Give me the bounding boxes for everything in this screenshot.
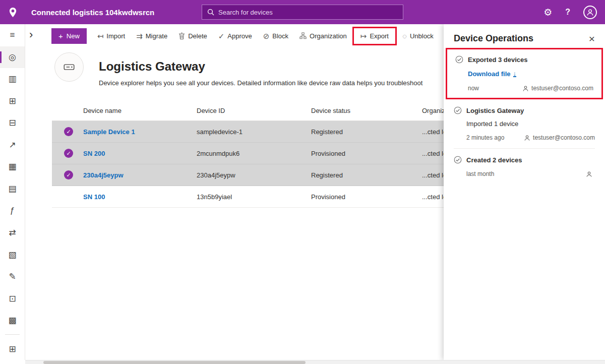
device-search[interactable] bbox=[202, 5, 403, 20]
device-status-cell: Provisioned bbox=[311, 193, 422, 201]
operation-user: testuser@contoso.com bbox=[531, 85, 593, 92]
device-id-cell: 2mcunmdpuk6 bbox=[197, 150, 311, 157]
device-toolbar: + New ↤ Import ⇉ Migrate Delete ✓ Approv… bbox=[51, 26, 439, 46]
org-chart-icon bbox=[299, 32, 307, 39]
import-button[interactable]: ↤ Import bbox=[92, 28, 131, 44]
settings-gear-icon[interactable]: ⚙ bbox=[543, 8, 552, 17]
operation-time: last month bbox=[466, 170, 494, 177]
sidebar-item-troubleshoot[interactable]: ✎ bbox=[0, 266, 25, 288]
plus-icon: + bbox=[58, 32, 63, 40]
row-checkbox-checked-icon[interactable]: ✓ bbox=[64, 127, 73, 136]
success-check-icon bbox=[454, 156, 462, 164]
horizontal-scrollbar[interactable] bbox=[25, 360, 605, 364]
person-icon bbox=[586, 171, 592, 177]
import-icon: ↤ bbox=[97, 32, 104, 40]
operation-title: Logistics Gateway bbox=[466, 107, 524, 114]
success-check-icon bbox=[455, 55, 463, 64]
sidebar-item-edge-manifests[interactable]: ▩ bbox=[0, 310, 25, 332]
device-id-cell: sampledevice-1 bbox=[197, 128, 311, 136]
sidebar-item-organizations[interactable]: ⊡ bbox=[0, 287, 25, 310]
sidebar-item-jobs[interactable]: ▤ bbox=[0, 178, 25, 200]
sidebar-item-audit-logs[interactable]: ▧ bbox=[0, 244, 25, 266]
approve-button[interactable]: ✓ Approve bbox=[213, 28, 258, 44]
download-icon: ↓ bbox=[513, 71, 517, 78]
delete-button[interactable]: Delete bbox=[173, 28, 213, 44]
device-id-cell: 230a4j5eypw bbox=[197, 171, 311, 179]
sidebar-item-rules[interactable]: ƒ bbox=[0, 200, 25, 222]
trash-icon bbox=[178, 32, 185, 40]
help-icon[interactable]: ? bbox=[565, 8, 570, 16]
export-button[interactable]: ↦ Export bbox=[355, 28, 394, 44]
operation-entry-exported: Exported 3 devices Download file ↓ now t… bbox=[455, 53, 593, 92]
migrate-icon: ⇉ bbox=[136, 32, 143, 40]
migrate-button[interactable]: ⇉ Migrate bbox=[131, 28, 173, 44]
organization-button[interactable]: Organization bbox=[294, 28, 352, 44]
device-name-link[interactable]: 230a4j5eypw bbox=[83, 171, 197, 179]
sidebar-item-charts[interactable]: ↗ bbox=[0, 134, 25, 156]
page-title: Logistics Gateway bbox=[99, 59, 205, 74]
sidebar-item-device-grid[interactable]: ⊞ bbox=[0, 338, 25, 360]
block-button[interactable]: ⊘ Block bbox=[258, 28, 294, 44]
export-icon: ↦ bbox=[360, 32, 367, 40]
download-file-link[interactable]: Download file ↓ bbox=[468, 70, 516, 78]
search-icon bbox=[207, 9, 214, 16]
column-device-status[interactable]: Device status bbox=[311, 107, 422, 114]
unblock-icon: ◌ bbox=[402, 32, 407, 40]
column-device-id[interactable]: Device ID bbox=[197, 107, 311, 114]
exported-entry-highlight-callout: Exported 3 devices Download file ↓ now t… bbox=[446, 48, 603, 99]
sidebar-item-dashboards[interactable]: ▦ bbox=[0, 156, 25, 178]
operation-user: testuser@contoso.com bbox=[533, 134, 595, 141]
device-status-cell: Registered bbox=[311, 128, 422, 136]
device-operations-panel: Device Operations × Exported 3 devices D… bbox=[444, 24, 605, 360]
user-avatar[interactable] bbox=[583, 6, 597, 19]
operation-time: now bbox=[468, 85, 479, 92]
sidebar-divider bbox=[5, 334, 20, 335]
export-highlight-callout: ↦ Export bbox=[352, 27, 397, 45]
operation-title: Created 2 devices bbox=[466, 156, 522, 164]
operation-time: 2 minutes ago bbox=[466, 134, 504, 141]
location-pin-icon bbox=[0, 7, 25, 18]
search-input[interactable] bbox=[218, 9, 398, 16]
close-icon[interactable]: × bbox=[589, 33, 595, 44]
device-status-cell: Provisioned bbox=[311, 150, 422, 157]
success-check-icon bbox=[454, 106, 462, 114]
scrollbar-thumb[interactable] bbox=[43, 361, 306, 364]
sidebar-item-device-templates[interactable]: ⊞ bbox=[0, 90, 25, 112]
approve-check-icon: ✓ bbox=[218, 32, 225, 40]
operation-entry-imported: Logistics Gateway Imported 1 device 2 mi… bbox=[454, 99, 595, 149]
expand-nav-chevron-icon[interactable]: › bbox=[29, 28, 33, 41]
device-status-cell: Registered bbox=[311, 171, 422, 179]
person-icon bbox=[524, 135, 530, 141]
unblock-button[interactable]: ◌ Unblock bbox=[397, 28, 439, 44]
column-device-name[interactable]: Device name bbox=[83, 107, 197, 114]
top-app-bar: Connected logistics 104kwdwsrcn ⚙ ? bbox=[0, 0, 605, 24]
operation-entry-created: Created 2 devices last month bbox=[454, 149, 595, 185]
device-type-icon bbox=[54, 52, 84, 82]
left-nav-rail: ≡ ◎ ▥ ⊞ ⊟ ↗ ▦ ▤ ƒ ⇄ ▧ ✎ ⊡ ▩ ⊞ bbox=[0, 24, 25, 360]
device-name-link[interactable]: Sample Device 1 bbox=[83, 128, 197, 136]
app-title: Connected logistics 104kwdwsrcn bbox=[31, 8, 154, 17]
sidebar-item-device-groups[interactable]: ⊟ bbox=[0, 112, 25, 134]
sidebar-item-analytics[interactable]: ▥ bbox=[0, 68, 25, 90]
device-name-link[interactable]: SN 200 bbox=[83, 150, 197, 157]
sidebar-item-data-export[interactable]: ⇄ bbox=[0, 222, 25, 244]
panel-title: Device Operations bbox=[454, 33, 533, 44]
row-checkbox-checked-icon[interactable]: ✓ bbox=[64, 149, 73, 158]
sidebar-item-devices[interactable]: ◎ bbox=[0, 46, 25, 69]
device-id-cell: 13n5b9yiael bbox=[197, 193, 311, 201]
operation-subtitle: Imported 1 device bbox=[466, 120, 595, 128]
device-name-link[interactable]: SN 100 bbox=[83, 193, 197, 201]
topbar-actions: ⚙ ? bbox=[543, 6, 605, 19]
menu-icon[interactable]: ≡ bbox=[0, 24, 25, 46]
row-checkbox-checked-icon[interactable]: ✓ bbox=[64, 170, 73, 179]
person-icon bbox=[522, 85, 529, 92]
block-icon: ⊘ bbox=[263, 32, 270, 40]
new-button[interactable]: + New bbox=[51, 28, 87, 44]
operation-title: Exported 3 devices bbox=[468, 56, 528, 64]
